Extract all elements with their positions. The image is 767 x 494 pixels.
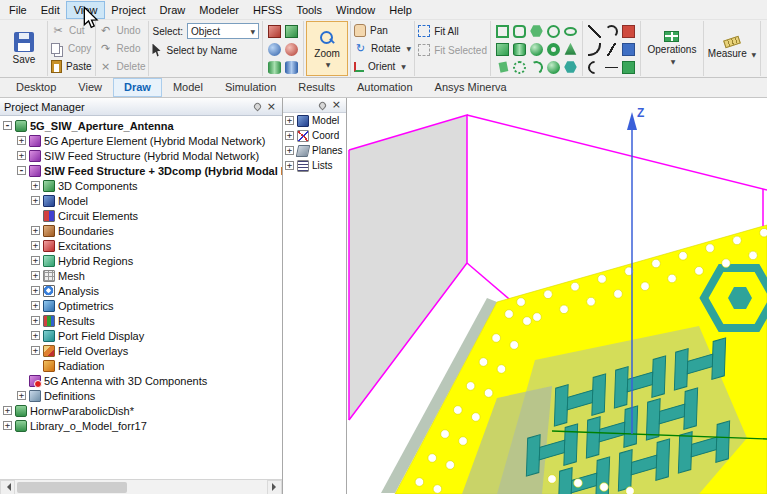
tree-node[interactable]: +Hybrid Regions [0, 253, 282, 268]
scrollbar-thumb[interactable] [17, 482, 127, 493]
menu-help[interactable]: Help [382, 2, 419, 18]
select-mode-dropdown[interactable]: Object ▼ [187, 23, 259, 39]
fit-selected-button[interactable]: Fit Selected [418, 41, 487, 59]
paste-button[interactable]: Paste [51, 58, 92, 75]
tree-node[interactable]: +Analysis [0, 283, 282, 298]
tree-expander[interactable]: + [31, 286, 40, 295]
measure-button[interactable]: Measure ▼ [707, 22, 757, 75]
draw-user-defined-model-icon[interactable] [564, 61, 577, 74]
tree-expander[interactable]: + [31, 301, 40, 310]
tab-view[interactable]: View [68, 79, 112, 96]
sweep-tool-icon[interactable] [622, 25, 635, 38]
tree-expander[interactable]: + [31, 331, 40, 340]
model-tree-node[interactable]: +Coord [283, 128, 346, 143]
tab-desktop[interactable]: Desktop [6, 79, 66, 96]
menu-modeler[interactable]: Modeler [192, 2, 246, 18]
draw-center-arc-icon[interactable] [585, 58, 603, 76]
menu-view[interactable]: View [67, 2, 105, 18]
tab-automation[interactable]: Automation [347, 79, 423, 96]
menu-file[interactable]: File [2, 2, 34, 18]
operations-button[interactable]: Operations ▼ [644, 22, 700, 75]
draw-spline-icon[interactable] [588, 43, 601, 56]
model-tree-node[interactable]: +Model [283, 113, 346, 128]
3d-viewport[interactable]: Z [347, 98, 767, 494]
tab-draw[interactable]: Draw [114, 79, 161, 96]
model-tree-node[interactable]: +Planes [283, 143, 346, 158]
draw-regular-polygon-icon[interactable] [530, 25, 543, 38]
draw-segment-icon[interactable] [605, 61, 618, 74]
filter-edges-icon[interactable] [285, 61, 298, 74]
tree-node[interactable]: +5G Aperture Element (Hybrid Modal Netwo… [0, 133, 282, 148]
orient-button[interactable]: Orient ▼ [354, 58, 411, 75]
cut-button[interactable]: ✂ Cut [51, 22, 92, 39]
tree-node[interactable]: +Optimetrics [0, 298, 282, 313]
menu-hfss[interactable]: HFSS [246, 2, 289, 18]
menu-window[interactable]: Window [329, 2, 382, 18]
tree-node[interactable]: +Definitions [0, 388, 282, 403]
duplicate-tool-icon[interactable] [622, 43, 635, 56]
tab-ansys-minerva[interactable]: Ansys Minerva [425, 79, 517, 96]
tree-node[interactable]: +Model [0, 193, 282, 208]
tree-node[interactable]: +Results [0, 313, 282, 328]
tree-node[interactable]: -SIW Feed Structure + 3Dcomp (Hybrid Mod… [0, 163, 282, 178]
tree-expander[interactable]: + [285, 161, 294, 170]
filter-points-icon[interactable] [285, 43, 298, 56]
tree-expander[interactable]: + [31, 271, 40, 280]
tree-node[interactable]: -5G_SIW_Aperture_Antenna [0, 118, 282, 133]
tree-expander[interactable]: + [3, 406, 12, 415]
tree-expander[interactable]: - [17, 166, 26, 175]
draw-sphere-icon[interactable] [530, 43, 543, 56]
pin-icon[interactable] [252, 102, 262, 112]
select-by-name-button[interactable]: Select by Name [152, 41, 259, 59]
redo-button[interactable]: ↷ Redo [99, 40, 146, 57]
draw-helix-icon[interactable] [513, 61, 526, 74]
filter-solids-icon[interactable] [268, 25, 281, 38]
draw-three-point-arc-icon[interactable] [605, 25, 618, 38]
draw-line-icon[interactable] [588, 25, 601, 38]
tree-node[interactable]: Circuit Elements [0, 208, 282, 223]
tree-node[interactable]: +Port Field Display [0, 328, 282, 343]
save-button[interactable]: Save [4, 22, 44, 75]
tree-expander[interactable]: + [3, 421, 12, 430]
draw-ellipse-icon[interactable] [564, 27, 577, 36]
tab-results[interactable]: Results [288, 79, 345, 96]
boolean-tool-icon[interactable] [622, 61, 635, 74]
tree-expander[interactable]: + [17, 391, 26, 400]
rotate-button[interactable]: ↻ Rotate ▼ [354, 40, 411, 57]
undo-button[interactable]: ↶ Undo [99, 22, 146, 39]
scrollbar-track[interactable] [15, 480, 267, 494]
tree-node[interactable]: +HornwParabolicDish* [0, 403, 282, 418]
tree-expander[interactable]: - [3, 121, 12, 130]
draw-torus-icon[interactable] [547, 43, 560, 56]
tree-node[interactable]: +Excitations [0, 238, 282, 253]
tree-expander[interactable]: + [31, 196, 40, 205]
tree-node[interactable]: +Field Overlays [0, 343, 282, 358]
tree-expander[interactable]: + [17, 151, 26, 160]
tree-expander[interactable]: + [31, 181, 40, 190]
scroll-left-button[interactable] [0, 480, 15, 494]
tree-node[interactable]: +Mesh [0, 268, 282, 283]
menu-edit[interactable]: Edit [34, 2, 67, 18]
draw-cylinder-icon[interactable] [513, 43, 526, 56]
tree-expander[interactable]: + [285, 131, 294, 140]
menu-tools[interactable]: Tools [289, 2, 329, 18]
tree-node[interactable]: +Boundaries [0, 223, 282, 238]
draw-prism-icon[interactable] [496, 61, 509, 74]
copy-button[interactable]: Copy [51, 40, 92, 57]
tree-expander[interactable]: + [17, 136, 26, 145]
filter-lines-icon[interactable] [268, 43, 281, 56]
draw-rounded-rectangle-icon[interactable] [513, 25, 526, 38]
draw-box-icon[interactable] [496, 43, 509, 56]
tab-simulation[interactable]: Simulation [215, 79, 286, 96]
tree-expander[interactable]: + [285, 146, 294, 155]
tab-model[interactable]: Model [163, 79, 213, 96]
tree-expander[interactable]: + [31, 316, 40, 325]
draw-circle-icon[interactable] [547, 25, 560, 38]
tree-expander[interactable]: + [31, 241, 40, 250]
tree-node[interactable]: 5G Antenna with 3D Components [0, 373, 282, 388]
fit-all-button[interactable]: Fit All [418, 22, 487, 40]
zoom-button[interactable]: Zoom ▼ [307, 22, 347, 75]
close-icon[interactable]: × [330, 100, 343, 110]
tree-node[interactable]: +Library_o_Model_forr17 [0, 418, 282, 433]
scroll-right-button[interactable] [267, 480, 282, 494]
